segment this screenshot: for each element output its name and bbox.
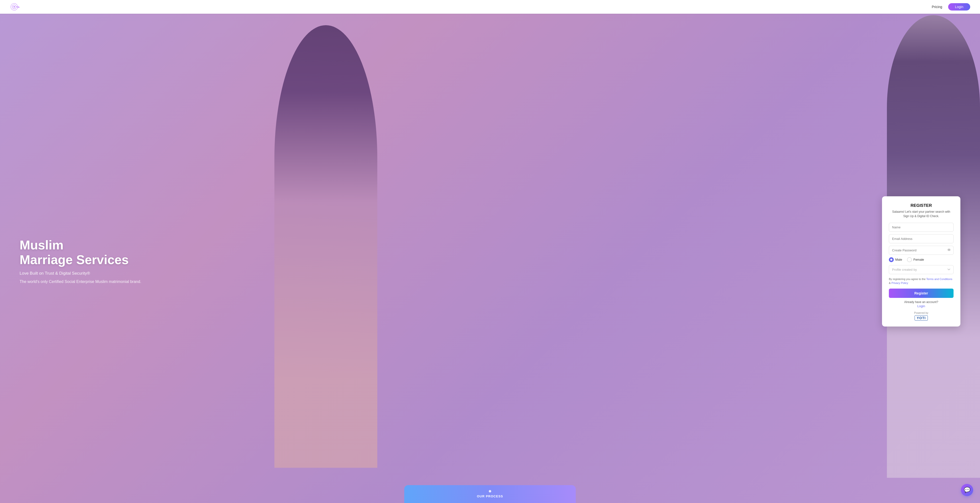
email-input[interactable] bbox=[889, 234, 953, 243]
our-process-label: OUR PROCESS bbox=[477, 494, 503, 498]
hero-title: Muslim Marriage Services bbox=[20, 238, 142, 267]
hero-description: The world's only Certified Social Enterp… bbox=[20, 279, 142, 285]
our-process-dot bbox=[489, 490, 491, 492]
hero-content: Muslim Marriage Services Love Built on T… bbox=[0, 177, 980, 327]
hero-section: Muslim Marriage Services Love Built on T… bbox=[0, 0, 980, 503]
gender-female-option[interactable]: Female bbox=[907, 257, 924, 262]
nav-login-button[interactable]: Login bbox=[948, 3, 970, 11]
male-radio[interactable] bbox=[889, 257, 894, 262]
hero-text-block: Muslim Marriage Services Love Built on T… bbox=[20, 238, 142, 285]
gender-row: Male Female bbox=[889, 257, 953, 262]
female-label: Female bbox=[913, 258, 924, 262]
our-process-section: OUR PROCESS bbox=[404, 485, 576, 503]
password-wrapper: 👁︎ bbox=[889, 246, 953, 255]
register-title: REGISTER bbox=[889, 203, 953, 208]
yoti-badge: YOTI bbox=[889, 315, 953, 321]
privacy-link[interactable]: Privacy Policy bbox=[891, 281, 908, 284]
logo-icon bbox=[10, 2, 21, 11]
register-button[interactable]: Register bbox=[889, 289, 953, 298]
chat-icon: 💬 bbox=[964, 487, 970, 493]
gender-male-option[interactable]: Male bbox=[889, 257, 902, 262]
navbar: Pricing Login bbox=[0, 0, 980, 14]
terms-text: By registering you agree to the Terms an… bbox=[889, 277, 953, 285]
nav-right: Pricing Login bbox=[932, 3, 970, 11]
register-card: REGISTER Salaams! Let's start your partn… bbox=[882, 196, 960, 327]
already-account-text: Already have an account? bbox=[889, 300, 953, 304]
logo-area bbox=[10, 2, 21, 11]
login-link[interactable]: Login bbox=[889, 304, 953, 308]
male-label: Male bbox=[895, 258, 902, 262]
yoti-logo: YOTI bbox=[915, 315, 928, 321]
hero-subtitle: Love Built on Trust & Digital Security® bbox=[20, 271, 142, 276]
chat-bubble-button[interactable]: 💬 bbox=[961, 484, 973, 496]
password-input[interactable] bbox=[889, 246, 953, 255]
register-description: Salaams! Let's start your partner search… bbox=[889, 209, 953, 218]
pricing-link[interactable]: Pricing bbox=[932, 5, 942, 9]
profile-created-by-select[interactable]: Profile created by Self Parent Guardian … bbox=[889, 265, 953, 274]
female-radio[interactable] bbox=[907, 257, 912, 262]
powered-by-text: Powered by bbox=[889, 311, 953, 314]
svg-point-2 bbox=[13, 6, 15, 8]
terms-link[interactable]: Terms and Conditions bbox=[926, 278, 952, 281]
name-input[interactable] bbox=[889, 223, 953, 232]
toggle-password-icon[interactable]: 👁︎ bbox=[947, 248, 951, 252]
